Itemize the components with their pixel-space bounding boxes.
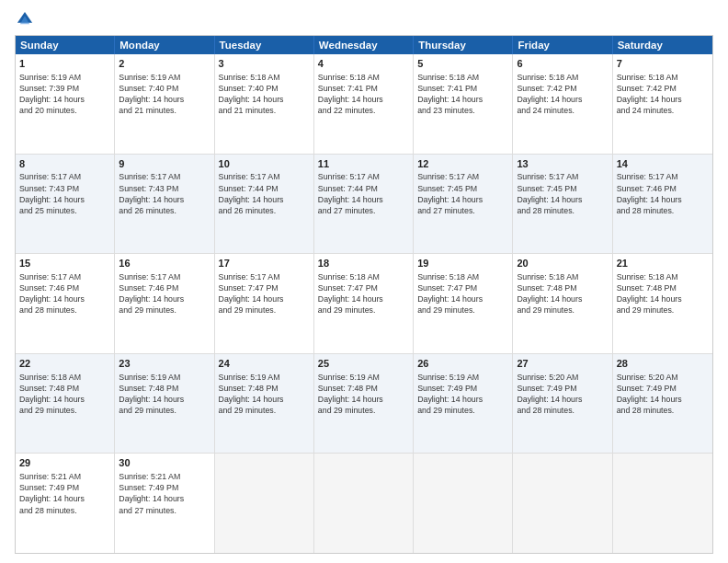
calendar-cell: 6Sunrise: 5:18 AM Sunset: 7:42 PM Daylig… <box>513 54 612 154</box>
day-info: Sunrise: 5:19 AM Sunset: 7:48 PM Dayligh… <box>219 372 310 417</box>
day-number: 22 <box>19 357 110 371</box>
calendar-cell: 4Sunrise: 5:18 AM Sunset: 7:41 PM Daylig… <box>314 54 414 154</box>
calendar-cell: 10Sunrise: 5:17 AM Sunset: 7:44 PM Dayli… <box>215 155 314 254</box>
calendar-cell: 3Sunrise: 5:18 AM Sunset: 7:40 PM Daylig… <box>215 54 314 154</box>
day-number: 5 <box>417 57 508 71</box>
day-info: Sunrise: 5:18 AM Sunset: 7:47 PM Dayligh… <box>318 271 409 316</box>
day-info: Sunrise: 5:17 AM Sunset: 7:43 PM Dayligh… <box>119 171 210 216</box>
calendar-row: 29Sunrise: 5:21 AM Sunset: 7:49 PM Dayli… <box>16 454 712 553</box>
calendar-cell: 21Sunrise: 5:18 AM Sunset: 7:48 PM Dayli… <box>613 254 712 353</box>
day-number: 19 <box>417 257 508 270</box>
day-info: Sunrise: 5:17 AM Sunset: 7:45 PM Dayligh… <box>417 171 508 216</box>
calendar-header-day: Saturday <box>613 36 712 54</box>
day-info: Sunrise: 5:19 AM Sunset: 7:48 PM Dayligh… <box>119 372 210 417</box>
calendar-cell: 22Sunrise: 5:18 AM Sunset: 7:48 PM Dayli… <box>16 354 115 454</box>
day-info: Sunrise: 5:17 AM Sunset: 7:44 PM Dayligh… <box>318 171 409 216</box>
calendar-cell <box>613 454 712 553</box>
day-info: Sunrise: 5:18 AM Sunset: 7:40 PM Dayligh… <box>219 72 310 117</box>
calendar-header: SundayMondayTuesdayWednesdayThursdayFrid… <box>16 36 712 54</box>
calendar-row: 8Sunrise: 5:17 AM Sunset: 7:43 PM Daylig… <box>16 155 712 255</box>
calendar-cell: 13Sunrise: 5:17 AM Sunset: 7:45 PM Dayli… <box>513 155 612 254</box>
calendar-cell: 9Sunrise: 5:17 AM Sunset: 7:43 PM Daylig… <box>115 155 214 254</box>
calendar-cell: 27Sunrise: 5:20 AM Sunset: 7:49 PM Dayli… <box>513 354 612 454</box>
day-info: Sunrise: 5:18 AM Sunset: 7:42 PM Dayligh… <box>517 72 608 117</box>
calendar-cell: 28Sunrise: 5:20 AM Sunset: 7:49 PM Dayli… <box>613 354 712 454</box>
calendar-cell: 8Sunrise: 5:17 AM Sunset: 7:43 PM Daylig… <box>16 155 115 254</box>
calendar-cell: 26Sunrise: 5:19 AM Sunset: 7:49 PM Dayli… <box>414 354 513 454</box>
day-number: 15 <box>19 257 110 270</box>
day-info: Sunrise: 5:17 AM Sunset: 7:46 PM Dayligh… <box>19 271 110 316</box>
day-info: Sunrise: 5:17 AM Sunset: 7:46 PM Dayligh… <box>119 271 210 316</box>
day-number: 12 <box>417 157 508 171</box>
calendar-row: 22Sunrise: 5:18 AM Sunset: 7:48 PM Dayli… <box>16 354 712 454</box>
day-info: Sunrise: 5:19 AM Sunset: 7:48 PM Dayligh… <box>318 372 409 417</box>
day-number: 24 <box>219 357 310 371</box>
day-number: 8 <box>19 157 110 171</box>
calendar-cell: 11Sunrise: 5:17 AM Sunset: 7:44 PM Dayli… <box>314 155 414 254</box>
day-number: 10 <box>219 157 310 171</box>
day-info: Sunrise: 5:18 AM Sunset: 7:48 PM Dayligh… <box>517 271 608 316</box>
day-number: 29 <box>19 456 110 470</box>
day-number: 7 <box>617 57 709 71</box>
calendar-cell: 17Sunrise: 5:17 AM Sunset: 7:47 PM Dayli… <box>215 254 314 353</box>
calendar-cell: 24Sunrise: 5:19 AM Sunset: 7:48 PM Dayli… <box>215 354 314 454</box>
calendar-cell: 15Sunrise: 5:17 AM Sunset: 7:46 PM Dayli… <box>16 254 115 353</box>
day-info: Sunrise: 5:18 AM Sunset: 7:48 PM Dayligh… <box>19 372 110 417</box>
day-info: Sunrise: 5:18 AM Sunset: 7:42 PM Dayligh… <box>617 72 709 117</box>
day-info: Sunrise: 5:18 AM Sunset: 7:41 PM Dayligh… <box>417 72 508 117</box>
day-info: Sunrise: 5:17 AM Sunset: 7:45 PM Dayligh… <box>517 171 608 216</box>
calendar-row: 15Sunrise: 5:17 AM Sunset: 7:46 PM Dayli… <box>16 254 712 354</box>
calendar-cell: 7Sunrise: 5:18 AM Sunset: 7:42 PM Daylig… <box>613 54 712 154</box>
calendar-cell: 18Sunrise: 5:18 AM Sunset: 7:47 PM Dayli… <box>314 254 414 353</box>
calendar-header-day: Thursday <box>414 36 513 54</box>
calendar-body: 1Sunrise: 5:19 AM Sunset: 7:39 PM Daylig… <box>16 54 712 553</box>
calendar-cell: 14Sunrise: 5:17 AM Sunset: 7:46 PM Dayli… <box>613 155 712 254</box>
day-info: Sunrise: 5:19 AM Sunset: 7:39 PM Dayligh… <box>19 72 110 117</box>
calendar-cell <box>414 454 513 553</box>
day-info: Sunrise: 5:18 AM Sunset: 7:48 PM Dayligh… <box>617 271 709 316</box>
day-number: 16 <box>119 257 210 270</box>
day-number: 3 <box>219 57 310 71</box>
calendar-cell <box>215 454 314 553</box>
day-info: Sunrise: 5:18 AM Sunset: 7:47 PM Dayligh… <box>417 271 508 316</box>
day-number: 20 <box>517 257 608 270</box>
day-number: 28 <box>617 357 709 371</box>
day-number: 18 <box>318 257 409 270</box>
day-info: Sunrise: 5:17 AM Sunset: 7:46 PM Dayligh… <box>617 171 709 216</box>
day-info: Sunrise: 5:21 AM Sunset: 7:49 PM Dayligh… <box>19 471 110 516</box>
day-info: Sunrise: 5:17 AM Sunset: 7:44 PM Dayligh… <box>219 171 310 216</box>
calendar-cell: 2Sunrise: 5:19 AM Sunset: 7:40 PM Daylig… <box>115 54 214 154</box>
day-number: 26 <box>417 357 508 371</box>
day-number: 27 <box>517 357 608 371</box>
calendar-cell: 29Sunrise: 5:21 AM Sunset: 7:49 PM Dayli… <box>16 454 115 553</box>
day-number: 2 <box>119 57 210 71</box>
day-number: 11 <box>318 157 409 171</box>
calendar-header-day: Wednesday <box>314 36 414 54</box>
header <box>15 9 713 29</box>
calendar-header-day: Friday <box>513 36 612 54</box>
calendar-cell: 5Sunrise: 5:18 AM Sunset: 7:41 PM Daylig… <box>414 54 513 154</box>
day-number: 13 <box>517 157 608 171</box>
day-number: 1 <box>19 57 110 71</box>
calendar-cell: 23Sunrise: 5:19 AM Sunset: 7:48 PM Dayli… <box>115 354 214 454</box>
calendar-cell: 20Sunrise: 5:18 AM Sunset: 7:48 PM Dayli… <box>513 254 612 353</box>
logo <box>15 9 37 29</box>
calendar-cell: 1Sunrise: 5:19 AM Sunset: 7:39 PM Daylig… <box>16 54 115 154</box>
page: SundayMondayTuesdayWednesdayThursdayFrid… <box>0 0 728 563</box>
day-number: 23 <box>119 357 210 371</box>
calendar: SundayMondayTuesdayWednesdayThursdayFrid… <box>15 35 713 554</box>
calendar-header-day: Tuesday <box>215 36 314 54</box>
day-number: 25 <box>318 357 409 371</box>
calendar-header-day: Sunday <box>16 36 115 54</box>
calendar-row: 1Sunrise: 5:19 AM Sunset: 7:39 PM Daylig… <box>16 54 712 155</box>
day-info: Sunrise: 5:20 AM Sunset: 7:49 PM Dayligh… <box>517 372 608 417</box>
day-number: 14 <box>617 157 709 171</box>
day-info: Sunrise: 5:17 AM Sunset: 7:43 PM Dayligh… <box>19 171 110 216</box>
day-number: 30 <box>119 456 210 470</box>
day-number: 4 <box>318 57 409 71</box>
day-info: Sunrise: 5:19 AM Sunset: 7:49 PM Dayligh… <box>417 372 508 417</box>
calendar-cell <box>513 454 612 553</box>
day-number: 17 <box>219 257 310 270</box>
day-info: Sunrise: 5:18 AM Sunset: 7:41 PM Dayligh… <box>318 72 409 117</box>
logo-icon <box>15 9 35 29</box>
